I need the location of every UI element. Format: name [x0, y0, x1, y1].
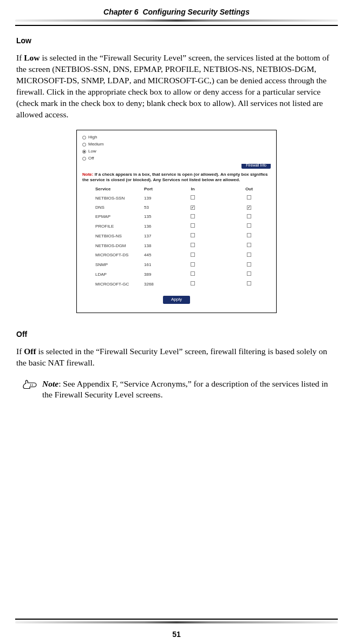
section-heading-off: Off: [16, 329, 337, 340]
table-row: MICROSOFT-GC3268: [93, 280, 282, 289]
apply-button[interactable]: Apply: [163, 296, 190, 304]
firewall-panel: HighMediumLowOff Firewall Info Note: If …: [76, 130, 277, 313]
table-row: NETBIOS-DGM138: [93, 241, 282, 251]
table-row: EPMAP135: [93, 213, 282, 222]
radio-icon: [82, 143, 86, 147]
radio-low[interactable]: Low: [82, 149, 271, 155]
checkbox-in[interactable]: [191, 205, 195, 210]
checkbox-out[interactable]: [247, 271, 251, 276]
radio-icon: [82, 157, 86, 161]
firewall-screenshot: HighMediumLowOff Firewall Info Note: If …: [76, 130, 277, 313]
firewall-info-button[interactable]: Firewall Info: [241, 164, 271, 169]
table-row: DNS53: [93, 203, 282, 213]
table-row: LDAP389: [93, 270, 282, 280]
table-row: NETBIOS-NS137: [93, 231, 282, 241]
checkbox-out[interactable]: [247, 223, 251, 228]
checkbox-out[interactable]: [247, 243, 251, 247]
chapter-number: Chapter 6: [103, 8, 139, 16]
checkbox-out[interactable]: [247, 253, 251, 257]
col-service: Service: [93, 185, 142, 194]
page-number: 51: [0, 630, 353, 639]
pointing-hand-icon: [22, 379, 38, 390]
radio-icon: [82, 150, 86, 154]
checkbox-out[interactable]: [247, 233, 251, 237]
checkbox-in[interactable]: [191, 214, 195, 218]
security-level-radios: HighMediumLowOff: [82, 135, 271, 161]
header-rule-gradient: [15, 19, 338, 22]
page-content: Low If Low is selected in the “Firewall …: [0, 26, 353, 401]
off-paragraph: If Off is selected in the “Firewall Secu…: [16, 346, 337, 369]
checkbox-out[interactable]: [247, 281, 251, 286]
checkbox-in[interactable]: [191, 271, 195, 276]
low-paragraph: If Low is selected in the “Firewall Secu…: [16, 52, 337, 121]
table-row: SNMP161: [93, 261, 282, 270]
checkbox-in[interactable]: [191, 281, 195, 286]
chapter-title: Configuring Security Settings: [142, 8, 250, 16]
table-row: MICROSOFT-DS445: [93, 251, 282, 261]
col-in: In: [169, 185, 217, 194]
footer-rules: [0, 619, 353, 627]
services-table: Service Port In Out NETBIOS-SSN139DNS53E…: [93, 185, 282, 289]
checkbox-in[interactable]: [191, 223, 195, 228]
checkbox-in[interactable]: [191, 262, 195, 267]
note-text: Note: See Appendix F, “Service Acronyms,…: [42, 379, 337, 401]
checkbox-out[interactable]: [247, 195, 251, 200]
screenshot-note: Note: If a check appears in a box, that …: [82, 172, 271, 182]
checkbox-out[interactable]: [247, 262, 251, 267]
section-heading-low: Low: [16, 36, 337, 46]
checkbox-in[interactable]: [191, 233, 195, 237]
radio-medium[interactable]: Medium: [82, 142, 271, 148]
radio-icon: [82, 136, 86, 140]
chapter-header: Chapter 6 Configuring Security Settings: [0, 0, 353, 19]
col-out: Out: [217, 185, 282, 194]
checkbox-out[interactable]: [247, 205, 251, 210]
checkbox-in[interactable]: [191, 243, 195, 247]
note-block: Note: See Appendix F, “Service Acronyms,…: [16, 379, 337, 401]
checkbox-out[interactable]: [247, 214, 251, 218]
radio-off[interactable]: Off: [82, 156, 271, 162]
table-row: PROFILE136: [93, 222, 282, 231]
checkbox-in[interactable]: [191, 195, 195, 200]
table-row: NETBIOS-SSN139: [93, 194, 282, 203]
col-port: Port: [142, 185, 169, 194]
radio-high[interactable]: High: [82, 135, 271, 141]
checkbox-in[interactable]: [191, 253, 195, 257]
